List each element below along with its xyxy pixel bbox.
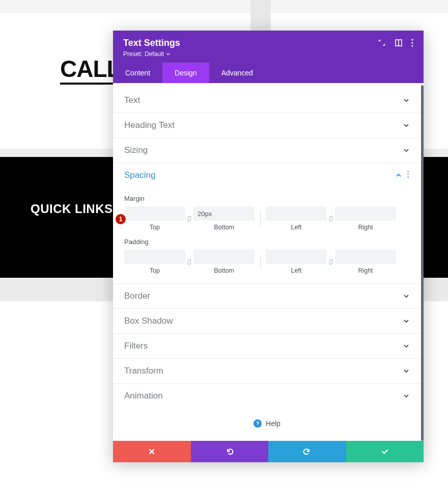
caret-down-icon (166, 52, 170, 56)
scrollbar[interactable] (421, 85, 424, 441)
padding-label: Padding (124, 238, 410, 246)
option-heading-text-label: Heading Text (124, 120, 175, 130)
margin-top-label: Top (150, 224, 160, 231)
chevron-down-icon (403, 97, 410, 104)
margin-inputs: Top Bottom Left Right (124, 206, 410, 231)
bg-strip (0, 0, 448, 13)
option-box-shadow-label: Box Shadow (124, 316, 173, 326)
help-icon: ? (254, 419, 262, 428)
option-transform-label: Transform (124, 366, 163, 376)
option-sizing-label: Sizing (124, 145, 148, 155)
chevron-down-icon (403, 367, 410, 375)
preset-value: Default (145, 50, 164, 58)
chevron-down-icon (403, 342, 410, 350)
redo-icon (303, 447, 311, 456)
margin-label: Margin (124, 195, 410, 202)
cancel-button[interactable] (113, 441, 191, 462)
chevron-down-icon (403, 147, 410, 154)
svg-point-3 (411, 42, 413, 43)
padding-top-input[interactable] (124, 250, 185, 264)
option-text-label: Text (124, 95, 140, 105)
margin-bottom-input[interactable] (193, 206, 255, 221)
option-text[interactable]: Text (113, 83, 421, 113)
margin-right-input[interactable] (335, 206, 396, 221)
preset-prefix: Preset: (123, 50, 143, 58)
svg-point-7 (407, 176, 409, 178)
chevron-down-icon (403, 293, 410, 300)
margin-left-input[interactable] (266, 206, 327, 221)
modal-header: Text Settings Preset: Default (113, 31, 424, 63)
chevron-up-icon (395, 172, 402, 179)
option-spacing-label: Spacing (124, 170, 155, 180)
padding-bottom-label: Bottom (214, 267, 234, 274)
page-call-heading: CALL (60, 55, 121, 85)
tab-design[interactable]: Design (162, 63, 209, 83)
link-icon[interactable] (327, 258, 335, 266)
undo-button[interactable] (191, 441, 269, 462)
margin-bottom-label: Bottom (214, 224, 234, 231)
option-sizing[interactable]: Sizing (113, 138, 421, 163)
padding-top-label: Top (150, 267, 160, 274)
option-border[interactable]: Border (113, 284, 421, 309)
svg-point-5 (407, 171, 409, 172)
tab-advanced[interactable]: Advanced (209, 63, 265, 83)
chevron-down-icon (403, 317, 410, 325)
option-filters-label: Filters (124, 341, 148, 351)
margin-top-input[interactable] (124, 206, 185, 221)
save-button[interactable] (346, 441, 424, 462)
chevron-down-icon (403, 122, 410, 129)
chevron-down-icon (403, 392, 410, 400)
option-animation-label: Animation (124, 391, 163, 401)
check-icon (381, 447, 389, 456)
link-icon[interactable] (185, 215, 193, 222)
help-link[interactable]: ? Help (113, 408, 421, 441)
text-settings-modal: Text Settings Preset: Default Content De… (113, 31, 424, 462)
option-spacing[interactable]: Spacing (113, 163, 421, 188)
option-box-shadow[interactable]: Box Shadow (113, 309, 421, 334)
link-icon[interactable] (327, 215, 335, 222)
padding-left-input[interactable] (266, 250, 327, 264)
spacing-more-icon[interactable] (406, 171, 410, 180)
option-animation[interactable]: Animation (113, 384, 421, 408)
link-icon[interactable] (185, 258, 193, 266)
margin-right-label: Right (358, 224, 373, 231)
close-icon (148, 448, 155, 455)
more-vertical-icon[interactable] (411, 39, 413, 47)
design-panel: Text Heading Text Sizing Spacing Margin (113, 83, 424, 441)
margin-left-label: Left (291, 224, 302, 231)
modal-footer (113, 441, 424, 462)
spacing-body: Margin Top Bottom Left (113, 188, 421, 284)
svg-point-2 (411, 39, 413, 40)
annotation-badge-1: 1 (115, 214, 126, 225)
modal-tabs: Content Design Advanced (113, 63, 424, 83)
modal-title: Text Settings (123, 38, 180, 48)
option-heading-text[interactable]: Heading Text (113, 113, 421, 138)
expand-icon[interactable] (378, 39, 386, 47)
option-border-label: Border (124, 291, 150, 301)
undo-icon (226, 447, 234, 456)
padding-right-label: Right (358, 267, 373, 274)
help-label: Help (266, 419, 281, 428)
padding-inputs: Top Bottom Left Right (124, 250, 410, 274)
quick-links-heading: QUICK LINKS (31, 202, 113, 216)
tab-content[interactable]: Content (113, 63, 162, 83)
panel-layout-icon[interactable] (395, 39, 402, 46)
padding-bottom-input[interactable] (193, 250, 255, 264)
redo-button[interactable] (268, 441, 346, 462)
padding-left-label: Left (291, 267, 302, 274)
option-transform[interactable]: Transform (113, 359, 421, 384)
preset-selector[interactable]: Preset: Default (123, 50, 180, 58)
padding-right-input[interactable] (335, 250, 396, 264)
option-filters[interactable]: Filters (113, 334, 421, 359)
svg-point-6 (407, 174, 409, 175)
svg-point-4 (411, 45, 413, 46)
